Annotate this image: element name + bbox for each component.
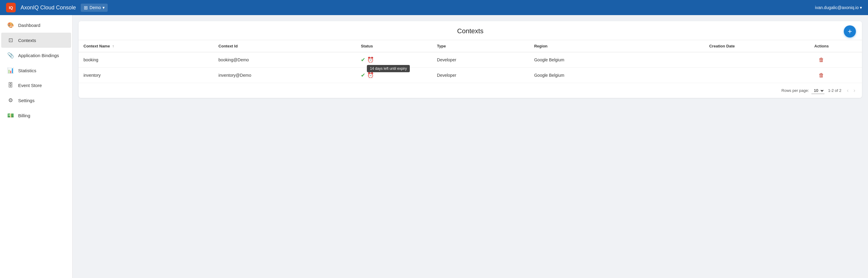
sidebar-item-contexts[interactable]: ⊡ Contexts: [1, 33, 71, 48]
status-clock-icon[interactable]: ⏰: [367, 57, 374, 63]
card-header: Contexts +: [79, 21, 862, 40]
region-cell: Google Belgium: [529, 52, 663, 68]
context-name-cell: booking: [79, 52, 214, 68]
table-row: booking booking@Demo ✔ ⏰ 14 days left un…: [79, 52, 862, 68]
sidebar: 🎨 Dashboard ⊡ Contexts 📎 Application Bin…: [0, 15, 72, 278]
col-actions: Actions: [781, 40, 862, 52]
main-layout: 🎨 Dashboard ⊡ Contexts 📎 Application Bin…: [0, 15, 868, 278]
type-cell: Developer: [432, 68, 529, 83]
sidebar-item-label: Dashboard: [18, 23, 40, 28]
col-region: Region: [529, 40, 663, 52]
col-context-id: Context Id: [214, 40, 356, 52]
sidebar-item-event-store[interactable]: 🗄 Event Store: [1, 78, 71, 93]
dashboard-icon: 🎨: [7, 22, 14, 28]
network-icon: ⊞: [84, 5, 88, 10]
contexts-icon: ⊡: [7, 37, 14, 43]
status-indicators: ✔ ⏰ 14 days left until expiry: [361, 57, 427, 63]
app-title: AxonIQ Cloud Console: [21, 4, 76, 11]
rows-per-page-label: Rows per page:: [781, 88, 809, 93]
table-header-row: Context Name ↑ Context Id Status Type: [79, 40, 862, 52]
col-type: Type: [432, 40, 529, 52]
table-row: inventory inventory@Demo ✔ ⏰ Developer G…: [79, 68, 862, 83]
demo-selector[interactable]: ⊞ Demo ▾: [81, 4, 108, 12]
sidebar-item-label: Application Bindings: [18, 53, 59, 58]
add-context-button[interactable]: +: [844, 25, 856, 37]
sidebar-item-label: Settings: [18, 98, 34, 103]
event-store-icon: 🗄: [7, 82, 14, 89]
sidebar-item-settings[interactable]: ⚙ Settings: [1, 93, 71, 108]
context-id-cell: inventory@Demo: [214, 68, 356, 83]
user-email: ivan.dugalic@axoniq.io: [815, 5, 859, 10]
sort-asc-icon: ↑: [112, 44, 114, 48]
actions-cell: 🗑: [781, 52, 862, 68]
app-logo: IQ: [6, 3, 16, 12]
status-indicators: ✔ ⏰: [361, 72, 427, 78]
prev-page-button[interactable]: ‹: [845, 87, 850, 94]
dropdown-arrow-icon: ▾: [102, 5, 105, 10]
col-creation-date: Creation Date: [663, 40, 781, 52]
sidebar-item-dashboard[interactable]: 🎨 Dashboard: [1, 18, 71, 33]
creation-date-cell: [663, 68, 781, 83]
settings-icon: ⚙: [7, 97, 14, 104]
context-id-cell: booking@Demo: [214, 52, 356, 68]
status-check-icon: ✔: [361, 72, 365, 78]
sidebar-item-label: Event Store: [18, 83, 42, 88]
next-page-button[interactable]: ›: [852, 87, 857, 94]
pagination-row: Rows per page: 10 25 50 1-2 of 2 ‹ ›: [79, 83, 862, 98]
col-status: Status: [356, 40, 432, 52]
billing-icon: 💵: [7, 112, 14, 119]
rows-per-page-control: Rows per page: 10 25 50: [781, 87, 825, 94]
prev-page-icon: ‹: [847, 87, 849, 93]
top-nav: IQ AxonIQ Cloud Console ⊞ Demo ▾ ivan.du…: [0, 0, 868, 15]
sidebar-item-billing[interactable]: 💵 Billing: [1, 108, 71, 123]
page-info: 1-2 of 2: [828, 88, 841, 93]
delete-button[interactable]: 🗑: [819, 72, 824, 78]
page-nav: ‹ ›: [845, 87, 857, 94]
sidebar-item-label: Billing: [18, 113, 30, 118]
status-cell: ✔ ⏰ 14 days left until expiry: [356, 52, 432, 68]
add-icon: +: [848, 27, 852, 36]
contexts-card: Contexts + Context Name ↑: [79, 21, 862, 98]
type-cell: Developer: [432, 52, 529, 68]
status-clock-icon[interactable]: ⏰: [367, 72, 374, 78]
page-title: Contexts: [457, 27, 484, 35]
next-page-icon: ›: [854, 87, 855, 93]
sidebar-item-statistics[interactable]: 📊 Statistics: [1, 63, 71, 78]
actions-cell: 🗑: [781, 68, 862, 83]
col-context-name[interactable]: Context Name ↑: [79, 40, 214, 52]
region-cell: Google Belgium: [529, 68, 663, 83]
sidebar-item-application-bindings[interactable]: 📎 Application Bindings: [1, 48, 71, 63]
contexts-table: Context Name ↑ Context Id Status Type: [79, 40, 862, 83]
user-dropdown-icon: ▾: [860, 5, 862, 10]
contexts-table-wrapper: Context Name ↑ Context Id Status Type: [79, 40, 862, 83]
nav-left: IQ AxonIQ Cloud Console ⊞ Demo ▾: [6, 3, 108, 12]
demo-label: Demo: [90, 5, 101, 10]
creation-date-cell: [663, 52, 781, 68]
sidebar-item-label: Statistics: [18, 68, 36, 73]
sidebar-item-label: Contexts: [18, 38, 36, 43]
expiry-tooltip: 14 days left until expiry: [367, 65, 410, 72]
bindings-icon: 📎: [7, 52, 14, 59]
context-name-cell: inventory: [79, 68, 214, 83]
main-content: Contexts + Context Name ↑: [72, 15, 868, 278]
nav-right: ivan.dugalic@axoniq.io ▾: [815, 5, 862, 10]
status-check-icon: ✔: [361, 57, 365, 63]
delete-button[interactable]: 🗑: [819, 57, 824, 63]
statistics-icon: 📊: [7, 67, 14, 74]
rows-per-page-select[interactable]: 10 25 50: [811, 87, 825, 94]
